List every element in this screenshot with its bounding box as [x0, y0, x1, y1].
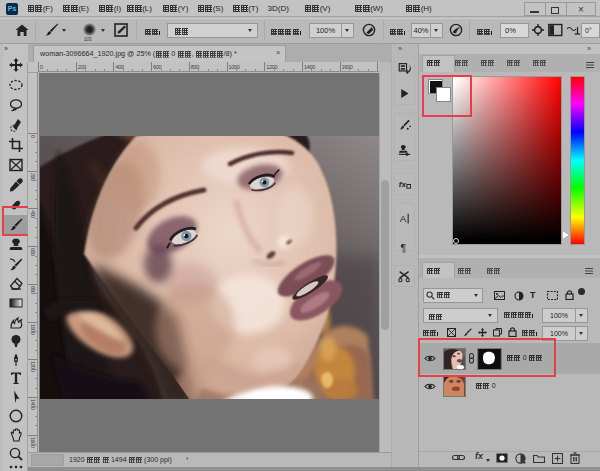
svg-text:A: A [399, 212, 406, 223]
svg-text:¶: ¶ [400, 241, 406, 253]
svg-text:fx: fx [398, 179, 406, 188]
